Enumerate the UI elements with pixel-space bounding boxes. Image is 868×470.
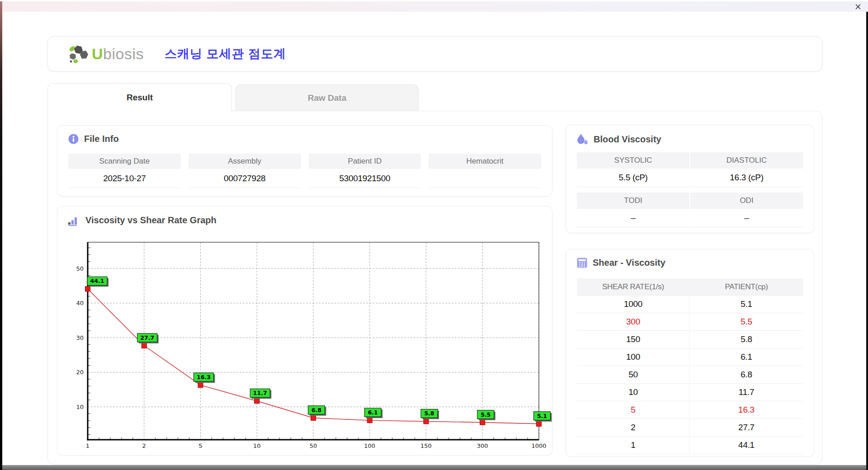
file-info-card: File Info Scanning Date2025-10-27Assembl… — [57, 125, 552, 197]
table-row: 144.1 — [577, 437, 803, 454]
column-header: SYSTOLIC — [577, 152, 689, 169]
file-info-title-text: File Info — [84, 134, 119, 144]
patient-viscosity-value: 6.1 — [690, 348, 803, 366]
svg-text:27.7: 27.7 — [140, 334, 154, 341]
patient-viscosity-value: 5.8 — [690, 331, 803, 348]
cell-value: 5.5 (cP) — [577, 169, 689, 187]
svg-text:50: 50 — [310, 442, 317, 449]
field-value: 2025-10-27 — [68, 169, 181, 188]
field-label: Hematocrit — [429, 154, 541, 169]
shear-viscosity-table: SHEAR RATE(1/s)PATIENT(cp)10005.13005.51… — [577, 278, 803, 454]
table-header-row: SHEAR RATE(1/s)PATIENT(cp) — [577, 278, 803, 296]
svg-text:6.8: 6.8 — [311, 407, 321, 414]
field-value — [429, 169, 541, 188]
file-info-field: Hematocrit — [429, 154, 541, 188]
cell-value: 16.3 (cP) — [690, 169, 803, 187]
viscosity-graph-card: Viscosity vs Shear Rate Graph 44.127.716… — [57, 206, 552, 456]
graph-title: Viscosity vs Shear Rate Graph — [68, 215, 217, 226]
field-label: Assembly — [189, 154, 301, 169]
app-header: Ubiosis 스캐닝 모세관 점도계 — [47, 36, 822, 71]
svg-text:1: 1 — [86, 442, 90, 449]
file-info-title: File Info — [68, 134, 119, 144]
droplets-icon — [577, 133, 588, 146]
logo-text: Ubiosis — [92, 46, 144, 61]
svg-text:2: 2 — [142, 442, 146, 449]
table-row: 227.7 — [577, 419, 803, 437]
window-title-bar — [0, 1, 868, 12]
shear-rate-value: 2 — [577, 419, 690, 436]
shear-viscosity-title-text: Shear - Viscosity — [593, 258, 665, 268]
shear-rate-value: 5 — [577, 401, 690, 418]
svg-text:44.1: 44.1 — [90, 277, 104, 284]
column-header: PATIENT(cp) — [690, 278, 803, 295]
file-info-fields: Scanning Date2025-10-27Assembly000727928… — [68, 154, 541, 188]
blood-viscosity-card: Blood Viscosity SYSTOLICDIASTOLIC5.5 (cP… — [566, 125, 814, 233]
viscosity-chart: 44.127.716.311.76.86.15.85.55.1102030405… — [64, 238, 552, 454]
blood-viscosity-title-text: Blood Viscosity — [594, 134, 661, 145]
file-info-field: Patient ID53001921500 — [309, 154, 421, 188]
shear-rate-value: 1000 — [577, 296, 690, 313]
blood-viscosity-tables: SYSTOLICDIASTOLIC5.5 (cP)16.3 (cP)TODIOD… — [577, 152, 803, 233]
tab-result[interactable]: Result — [47, 83, 232, 112]
svg-text:5: 5 — [198, 442, 202, 449]
svg-text:10: 10 — [76, 404, 84, 410]
patient-viscosity-value: 5.1 — [690, 296, 803, 313]
svg-text:20: 20 — [76, 369, 84, 376]
shear-viscosity-title: Shear - Viscosity — [577, 258, 665, 268]
shear-rate-value: 150 — [577, 331, 690, 348]
table-row: 3005.5 — [577, 313, 803, 331]
table-row: 5.5 (cP)16.3 (cP) — [577, 169, 803, 187]
column-header: SHEAR RATE(1/s) — [577, 278, 690, 295]
table-row: 10005.1 — [577, 296, 803, 313]
blood-viscosity-subtable: SYSTOLICDIASTOLIC5.5 (cP)16.3 (cP) — [577, 152, 803, 187]
file-info-field: Assembly000727928 — [189, 154, 301, 188]
table-header-row: SYSTOLICDIASTOLIC — [577, 152, 803, 169]
svg-text:5.8: 5.8 — [424, 410, 434, 417]
svg-text:5.5: 5.5 — [481, 411, 491, 418]
svg-text:50: 50 — [76, 265, 84, 272]
svg-text:300: 300 — [477, 442, 488, 449]
window-left-edge — [0, 1, 2, 470]
table-row: 516.3 — [577, 401, 803, 419]
blood-viscosity-title: Blood Viscosity — [577, 133, 661, 146]
blood-viscosity-subtable: TODIODI–– — [577, 193, 803, 227]
svg-text:30: 30 — [76, 334, 84, 341]
tab-raw-data[interactable]: Raw Data — [236, 85, 419, 111]
svg-text:5.1: 5.1 — [537, 413, 547, 419]
svg-text:1000: 1000 — [531, 442, 546, 449]
shear-viscosity-card: Shear - Viscosity SHEAR RATE(1/s)PATIENT… — [566, 249, 814, 457]
window-bottom-edge — [2, 465, 866, 470]
table-row: –– — [577, 209, 803, 227]
graph-title-text: Viscosity vs Shear Rate Graph — [85, 215, 217, 226]
shear-rate-value: 10 — [577, 384, 690, 401]
info-icon — [68, 134, 79, 144]
svg-text:10: 10 — [253, 442, 261, 449]
column-header: DIASTOLIC — [690, 152, 803, 169]
shear-rate-value: 50 — [577, 366, 690, 383]
page-title: 스캐닝 모세관 점도계 — [165, 46, 286, 62]
field-label: Patient ID — [309, 154, 421, 169]
shear-rate-value: 100 — [577, 348, 690, 366]
patient-viscosity-value: 5.5 — [690, 313, 803, 330]
field-value: 000727928 — [189, 169, 301, 188]
patient-viscosity-value: 11.7 — [690, 384, 803, 401]
patient-viscosity-value: 27.7 — [690, 419, 803, 436]
table-header-row: TODIODI — [577, 193, 803, 209]
field-label: Scanning Date — [68, 154, 181, 169]
table-row: 506.8 — [577, 366, 803, 384]
svg-text:150: 150 — [420, 442, 432, 449]
cell-value: – — [690, 209, 803, 227]
shear-rate-value: 1 — [577, 437, 690, 454]
ubiosis-logo-icon — [68, 44, 89, 63]
result-panel: File Info Scanning Date2025-10-27Assembl… — [47, 111, 822, 465]
svg-text:6.1: 6.1 — [368, 409, 378, 416]
cell-value: – — [577, 209, 689, 227]
patient-viscosity-value: 16.3 — [690, 401, 803, 418]
patient-viscosity-value: 6.8 — [690, 366, 803, 383]
svg-text:40: 40 — [76, 300, 84, 306]
ubiosis-logo: Ubiosis — [68, 44, 144, 63]
close-icon[interactable]: × — [853, 2, 863, 12]
window-right-edge — [866, 12, 868, 470]
logo-letters-biosis: biosis — [103, 45, 144, 62]
file-info-field: Scanning Date2025-10-27 — [68, 154, 181, 188]
